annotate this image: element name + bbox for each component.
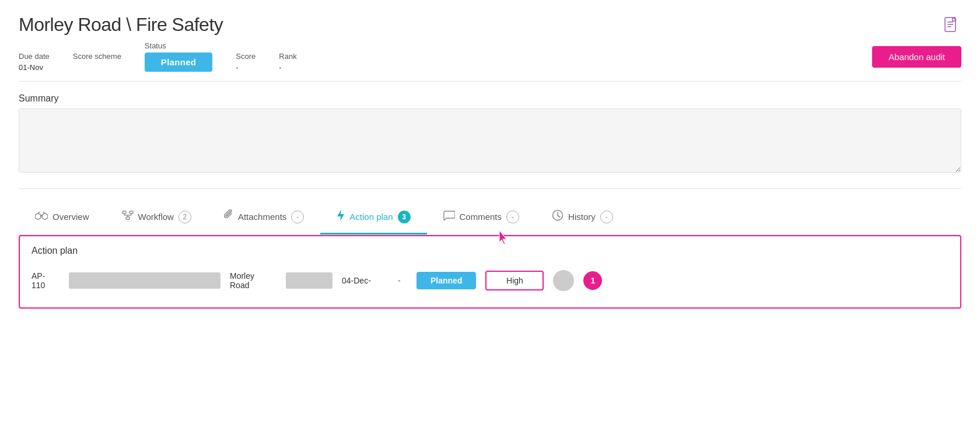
tab-overview[interactable]: Overview: [19, 202, 106, 233]
tab-workflow[interactable]: Workflow 2: [106, 202, 208, 233]
action-plan-row: AP-110 MorleyRoad 04-Dec- - Planned High…: [32, 265, 949, 296]
tab-workflow-label: Workflow: [138, 212, 174, 222]
svg-rect-6: [123, 211, 126, 214]
divider-1: [19, 81, 961, 82]
rank-label: Rank: [279, 52, 296, 61]
ap-count-badge[interactable]: 1: [583, 271, 602, 290]
action-plan-section-title: Action plan: [32, 246, 949, 256]
ap-status-button[interactable]: Planned: [416, 272, 476, 289]
action-plan-badge: 3: [398, 211, 411, 223]
ap-priority-button[interactable]: High: [485, 271, 544, 290]
meta-row: Due date 01-Nov Score scheme Status Plan…: [19, 41, 961, 72]
tab-action-plan-label: Action plan: [349, 212, 393, 222]
tab-history[interactable]: History -: [536, 201, 629, 234]
header-right: [943, 14, 961, 35]
score-label: Score: [236, 52, 256, 61]
summary-textarea[interactable]: [19, 108, 961, 173]
tab-history-label: History: [568, 212, 596, 222]
page-container: Morley Road \ Fire Safety Due date 01-No…: [0, 0, 980, 434]
clock-icon: [552, 209, 564, 224]
ap-bar-small: [286, 272, 332, 289]
meta-left: Due date 01-Nov Score scheme Status Plan…: [19, 41, 849, 72]
svg-point-5: [42, 214, 48, 219]
ap-separator: -: [398, 276, 407, 285]
ap-id: AP-110: [32, 271, 60, 290]
tab-attachments[interactable]: Attachments -: [208, 201, 320, 234]
speech-icon: [443, 210, 455, 223]
score-scheme-item: Score scheme: [73, 52, 121, 72]
rank-item: Rank -: [279, 52, 296, 72]
tab-comments-label: Comments: [460, 212, 502, 222]
pdf-icon[interactable]: [943, 16, 961, 35]
binoculars-icon: [35, 211, 48, 223]
due-date-item: Due date 01-Nov: [19, 52, 50, 72]
history-badge: -: [600, 211, 613, 223]
comments-badge: -: [506, 211, 519, 223]
tab-action-plan[interactable]: Action plan 3: [320, 201, 426, 235]
tab-attachments-label: Attachments: [238, 212, 286, 222]
due-date-label: Due date: [19, 52, 50, 61]
summary-section: Summary: [19, 93, 961, 174]
summary-label: Summary: [19, 93, 961, 104]
svg-point-4: [35, 214, 41, 219]
paperclip-icon: [224, 209, 233, 224]
abandon-audit-button[interactable]: Abandon audit: [872, 46, 961, 68]
attachments-badge: -: [291, 211, 304, 223]
meta-right: Abandon audit: [872, 46, 961, 68]
ap-avatar: [553, 270, 574, 291]
tab-overview-label: Overview: [52, 212, 89, 222]
score-value: -: [236, 63, 256, 72]
divider-2: [19, 188, 961, 189]
workflow-icon: [122, 211, 134, 223]
ap-location: MorleyRoad: [230, 271, 276, 290]
header-row: Morley Road \ Fire Safety: [19, 14, 961, 36]
status-label: Status: [145, 41, 212, 50]
svg-rect-8: [130, 211, 133, 214]
svg-rect-1: [947, 22, 953, 23]
workflow-badge: 2: [178, 211, 191, 223]
score-scheme-value: [73, 63, 121, 72]
score-item: Score -: [236, 52, 256, 72]
tabs-row: Overview Workflow 2 Attachments - Action…: [19, 201, 961, 235]
score-scheme-label: Score scheme: [73, 52, 121, 61]
due-date-value: 01-Nov: [19, 63, 50, 72]
ap-date: 04-Dec-: [342, 276, 388, 285]
status-button[interactable]: Planned: [145, 52, 212, 72]
lightning-icon: [337, 209, 345, 225]
status-item: Status Planned: [145, 41, 212, 72]
rank-value: -: [279, 63, 296, 72]
svg-rect-7: [126, 217, 130, 219]
action-plan-section: Action plan AP-110 MorleyRoad 04-Dec- - …: [19, 235, 961, 309]
ap-bar-large: [69, 272, 220, 289]
tab-comments[interactable]: Comments -: [427, 202, 536, 233]
svg-rect-3: [947, 26, 951, 27]
svg-rect-2: [947, 24, 953, 25]
page-title: Morley Road \ Fire Safety: [19, 14, 223, 36]
